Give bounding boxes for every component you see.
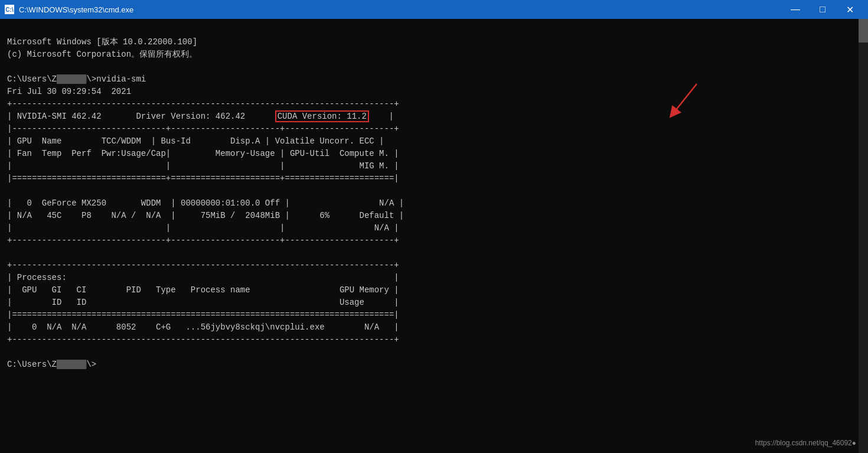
gpu-row3: | | | N/A | (7, 223, 399, 233)
scrollbar[interactable] (859, 19, 868, 453)
cuda-version-highlight: CUDA Version: 11.2 (275, 110, 369, 122)
line-blank3 (7, 248, 12, 258)
processes-label: | Processes: | (7, 273, 399, 282)
line-blank5 (7, 347, 12, 357)
minimize-button[interactable]: — (782, 0, 809, 19)
proc-row: | 0 N/A N/A 8052 C+G ...56jybvy8sckqj\nv… (7, 322, 399, 332)
cmd-icon: C:\ (5, 5, 14, 14)
proc-divider: |=======================================… (7, 310, 399, 320)
line-col-header2: | Fan Temp Perf Pwr:Usage/Cap| Memory-Us… (7, 149, 399, 158)
line-blank1 (7, 62, 12, 71)
proc-header1: | GPU GI CI PID Type Process name GPU Me… (7, 285, 399, 295)
line-nvidia-header: | NVIDIA-SMI 462.42 Driver Version: 462.… (7, 110, 394, 122)
titlebar-title: C:\WINDOWS\system32\cmd.exe (19, 5, 133, 14)
titlebar-controls: — □ ✕ (782, 0, 863, 19)
line-win-version: Microsoft Windows [版本 10.0.22000.100] (7, 37, 197, 47)
line-bottom-border: +-------------------------------+-------… (7, 236, 399, 245)
line-col-header3: | | | MIG M. | (7, 161, 399, 171)
line-command: C:\Users\Z██████\>nvidia-smi (7, 74, 146, 84)
line-blank4: +---------------------------------------… (7, 260, 399, 270)
proc-header2: | ID ID Usage | (7, 298, 399, 307)
proc-bottom-border: +---------------------------------------… (7, 335, 399, 344)
watermark: https://blog.csdn.net/qq_46092● (755, 438, 856, 448)
prompt-line: C:\Users\Z██████\> (7, 360, 96, 369)
gpu-row2: | N/A 45C P8 N/A / N/A | 75MiB / 2048MiB… (7, 211, 404, 220)
line-col-header1: | GPU Name TCC/WDDM | Bus-Id Disp.A | Vo… (7, 136, 384, 146)
titlebar-left: C:\ C:\WINDOWS\system32\cmd.exe (5, 5, 133, 14)
close-button[interactable]: ✕ (836, 0, 863, 19)
terminal: Microsoft Windows [版本 10.0.22000.100] (c… (0, 19, 868, 453)
line-datetime: Fri Jul 30 09:29:54 2021 (7, 87, 131, 96)
line-header-border: |===============================+=======… (7, 174, 399, 183)
line-copyright: (c) Microsoft Corporation。保留所有权利。 (7, 50, 197, 59)
titlebar: C:\ C:\WINDOWS\system32\cmd.exe — □ ✕ (0, 0, 868, 19)
scrollbar-thumb[interactable] (859, 19, 868, 43)
line-mid-border: |-------------------------------+-------… (7, 124, 399, 133)
terminal-content: Microsoft Windows [版本 10.0.22000.100] (c… (7, 24, 861, 383)
line-top-border: +---------------------------------------… (7, 99, 399, 109)
gpu-row1: | 0 GeForce MX250 WDDM | 00000000:01:00.… (7, 198, 404, 208)
line-blank2 (7, 186, 12, 195)
maximize-button[interactable]: □ (809, 0, 836, 19)
